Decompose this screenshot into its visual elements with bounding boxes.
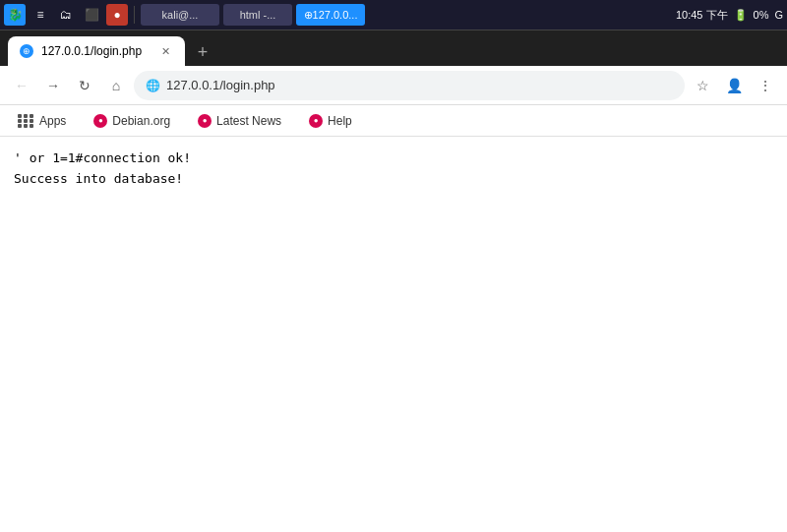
taskbar-sep1	[134, 6, 135, 24]
tab-title: 127.0.0.1/login.php	[41, 44, 150, 58]
taskbar-kali-icon[interactable]: 🐉	[4, 4, 26, 26]
menu-button[interactable]: ⋮	[752, 72, 779, 99]
tab-close-button[interactable]: ✕	[157, 43, 173, 59]
taskbar-battery: 🔋	[734, 9, 748, 22]
forward-button[interactable]: →	[39, 72, 67, 99]
taskbar-task-terminal-label: kali@...	[162, 9, 199, 21]
address-url: 127.0.0.1/login.php	[166, 78, 673, 92]
back-button[interactable]: ←	[8, 72, 35, 99]
address-bar[interactable]: 🌐 127.0.0.1/login.php	[134, 71, 685, 100]
new-tab-button[interactable]: +	[189, 38, 216, 66]
taskbar-time: 10:45 下午	[676, 8, 728, 23]
home-button[interactable]: ⌂	[102, 72, 130, 99]
bookmark-debian-label: Debian.org	[112, 114, 170, 128]
taskbar-task-chromium-label: 127.0.0...	[313, 9, 358, 21]
bookmark-help-label: Help	[328, 114, 352, 128]
nav-bar: ← → ↻ ⌂ 🌐 127.0.0.1/login.php ☆ 👤 ⋮	[0, 66, 787, 105]
taskbar-right: 10:45 下午 🔋 0% G	[676, 8, 783, 23]
reload-button[interactable]: ↻	[71, 72, 98, 99]
taskbar-red-icon[interactable]: ●	[106, 4, 128, 26]
browser-tab-active[interactable]: ⊕ 127.0.0.1/login.php ✕	[8, 36, 185, 66]
bookmarks-bar: Apps ● Debian.org ● Latest News ● Help	[0, 105, 787, 137]
help-icon: ●	[309, 114, 323, 128]
taskbar-task-html-label: html -...	[240, 9, 276, 21]
bookmark-debian[interactable]: ● Debian.org	[88, 112, 176, 130]
debian-icon: ●	[93, 114, 107, 128]
apps-grid-icon	[18, 114, 34, 128]
bookmark-star-button[interactable]: ☆	[689, 72, 716, 99]
address-secure-icon: 🌐	[146, 79, 160, 92]
tab-favicon: ⊕	[20, 44, 33, 58]
browser-window: ⊕ 127.0.0.1/login.php ✕ + ← → ↻ ⌂ 🌐 127.…	[0, 30, 787, 532]
taskbar-battery-pct: 0%	[754, 9, 769, 21]
bookmark-apps-label: Apps	[39, 114, 66, 128]
taskbar-task-chromium[interactable]: ⊕ 127.0.0...	[296, 4, 365, 26]
taskbar-folder-icon[interactable]: 🗂	[55, 4, 77, 26]
nav-right-icons: ☆ 👤 ⋮	[689, 72, 779, 99]
page-line1: ' or 1=1#connection ok!	[14, 148, 773, 169]
account-button[interactable]: 👤	[720, 72, 748, 99]
taskbar-terminal-icon[interactable]: ⬛	[81, 4, 102, 26]
latestnews-icon: ●	[198, 114, 212, 128]
taskbar-task-terminal[interactable]: kali@...	[141, 4, 219, 26]
bookmark-apps[interactable]: Apps	[12, 112, 72, 130]
page-content: ' or 1=1#connection ok! Success into dat…	[0, 137, 787, 532]
bookmark-help[interactable]: ● Help	[303, 112, 358, 130]
taskbar-files-icon[interactable]: ≡	[30, 4, 51, 26]
page-line2: Success into database!	[14, 169, 773, 190]
taskbar-task-html[interactable]: html -...	[223, 4, 292, 26]
bookmark-latestnews[interactable]: ● Latest News	[192, 112, 287, 130]
taskbar-network: G	[774, 9, 783, 21]
bookmark-latestnews-label: Latest News	[216, 114, 281, 128]
taskbar: 🐉 ≡ 🗂 ⬛ ● kali@... html -... ⊕ 127.0.0..…	[0, 0, 787, 30]
tab-bar: ⊕ 127.0.0.1/login.php ✕ +	[0, 30, 787, 66]
